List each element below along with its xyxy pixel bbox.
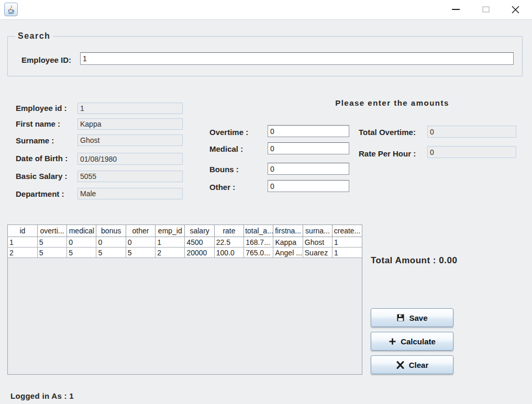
search-groupbox: Search Employee ID: xyxy=(7,36,523,76)
medical-label: Medical : xyxy=(209,144,243,153)
table-cell[interactable]: 765.0... xyxy=(244,248,273,258)
app-menu-button[interactable] xyxy=(4,3,18,16)
column-header[interactable]: id xyxy=(8,225,37,237)
column-header[interactable]: other xyxy=(126,225,155,237)
table-cell[interactable]: 1 xyxy=(156,237,185,248)
column-header[interactable]: bonus xyxy=(96,225,126,237)
save-floppy-icon xyxy=(396,313,405,322)
logged-in-status: Logged in As : 1 xyxy=(10,391,74,400)
table-cell[interactable]: Ghost xyxy=(303,237,332,248)
table-cell[interactable]: 5 xyxy=(126,248,155,258)
table-cell[interactable]: 2 xyxy=(8,248,37,258)
basic-salary-field xyxy=(77,171,183,182)
total-amount: Total Amount : 0.00 xyxy=(371,255,457,266)
other-input[interactable] xyxy=(268,180,349,192)
column-header[interactable]: emp_id xyxy=(156,225,185,237)
column-header[interactable]: overti... xyxy=(37,225,66,237)
bonus-label: Bouns : xyxy=(209,165,239,174)
first-name-label: First name : xyxy=(16,119,60,128)
save-button-label: Save xyxy=(409,313,427,322)
employee-id-field xyxy=(77,103,183,114)
table-cell[interactable]: 5 xyxy=(37,237,66,248)
surname-label: Surname : xyxy=(16,136,54,145)
minimize-button[interactable] xyxy=(447,0,464,19)
employee-id-label: Employee id : xyxy=(16,104,67,113)
column-header[interactable]: salary xyxy=(185,225,214,237)
table-cell[interactable]: 100.0 xyxy=(214,248,243,258)
total-overtime-field xyxy=(427,126,516,138)
column-header[interactable]: total_a... xyxy=(244,225,273,237)
column-header[interactable]: surna... xyxy=(303,225,332,237)
date-of-birth-label: Date of Birth : xyxy=(16,154,68,163)
first-name-field xyxy=(77,118,183,130)
table-cell[interactable]: 1 xyxy=(332,248,362,258)
employee-id-search-label: Employee ID: xyxy=(21,55,71,64)
column-header[interactable]: medical xyxy=(67,225,96,237)
maximize-button xyxy=(477,0,495,19)
column-header[interactable]: create... xyxy=(332,225,362,237)
table-cell[interactable]: 168.7... xyxy=(244,237,273,248)
total-overtime-label: Total Overtime: xyxy=(359,128,416,137)
table-cell[interactable]: 4500 xyxy=(185,237,214,248)
calculate-button-label: Calculate xyxy=(401,337,436,346)
table-cell[interactable]: 0 xyxy=(96,237,126,248)
total-amount-value: 0.00 xyxy=(439,255,457,265)
column-header[interactable]: rate xyxy=(214,225,243,237)
plus-icon xyxy=(389,338,396,345)
table-cell[interactable]: Kappa xyxy=(273,237,303,248)
clear-button[interactable]: Clear xyxy=(371,355,453,374)
close-icon xyxy=(511,5,520,14)
table-cell[interactable]: Suarez xyxy=(303,248,332,258)
bonus-input[interactable] xyxy=(268,163,349,175)
main-content: Search Employee ID: Employee id : First … xyxy=(0,20,532,404)
basic-salary-label: Basic Salary : xyxy=(16,172,67,181)
rate-per-hour-field xyxy=(427,146,516,158)
logged-in-label: Logged in As : xyxy=(10,391,67,400)
surname-field xyxy=(77,134,183,146)
search-group-title: Search xyxy=(15,31,53,41)
column-header[interactable]: firstna... xyxy=(273,225,303,237)
table-header-row: idoverti...medicalbonusotheremp_idsalary… xyxy=(8,225,362,237)
table-cell[interactable]: 5 xyxy=(37,248,66,258)
close-button[interactable] xyxy=(506,0,524,19)
table-cell[interactable]: 0 xyxy=(126,237,155,248)
overtime-input[interactable] xyxy=(268,125,349,137)
clear-x-icon xyxy=(396,361,405,369)
table-cell[interactable]: 20000 xyxy=(185,248,214,258)
java-coffee-cup-icon xyxy=(6,5,16,14)
title-bar xyxy=(0,0,532,20)
table-cell[interactable]: 0 xyxy=(67,237,96,248)
table-cell[interactable]: 1 xyxy=(8,237,37,248)
table-cell[interactable]: 2 xyxy=(156,248,185,258)
table-cell[interactable]: 5 xyxy=(96,248,126,258)
table-cell[interactable]: 5 xyxy=(67,248,96,258)
table-row[interactable]: 150001450022.5168.7...KappaGhost1 xyxy=(8,237,362,248)
results-table-scrollpane[interactable]: idoverti...medicalbonusotheremp_idsalary… xyxy=(7,225,362,375)
maximize-icon xyxy=(482,6,490,13)
table-cell[interactable]: Angel ... xyxy=(273,248,303,258)
other-label: Other : xyxy=(209,183,235,192)
rate-per-hour-label: Rate Per Hour : xyxy=(359,149,416,158)
department-label: Department : xyxy=(16,189,64,198)
logged-in-value: 1 xyxy=(69,391,74,400)
table-body: 150001450022.5168.7...KappaGhost12555522… xyxy=(8,237,362,258)
employee-id-search-input[interactable] xyxy=(80,52,514,65)
save-button[interactable]: Save xyxy=(371,308,453,327)
table-row[interactable]: 25555220000100.0765.0...Angel ...Suarez1 xyxy=(8,248,362,258)
total-amount-label: Total Amount : xyxy=(371,255,436,265)
department-field xyxy=(77,188,183,199)
clear-button-label: Clear xyxy=(409,361,429,369)
table-cell[interactable]: 1 xyxy=(332,237,362,248)
minimize-icon xyxy=(452,9,460,10)
table-cell[interactable]: 22.5 xyxy=(214,237,243,248)
calculate-button[interactable]: Calculate xyxy=(371,332,453,351)
results-table: idoverti...medicalbonusotheremp_idsalary… xyxy=(8,225,362,258)
amounts-heading: Please enter the amounts xyxy=(324,98,461,107)
date-of-birth-field xyxy=(77,153,183,165)
overtime-label: Overtime : xyxy=(209,128,248,137)
medical-input[interactable] xyxy=(268,142,349,154)
